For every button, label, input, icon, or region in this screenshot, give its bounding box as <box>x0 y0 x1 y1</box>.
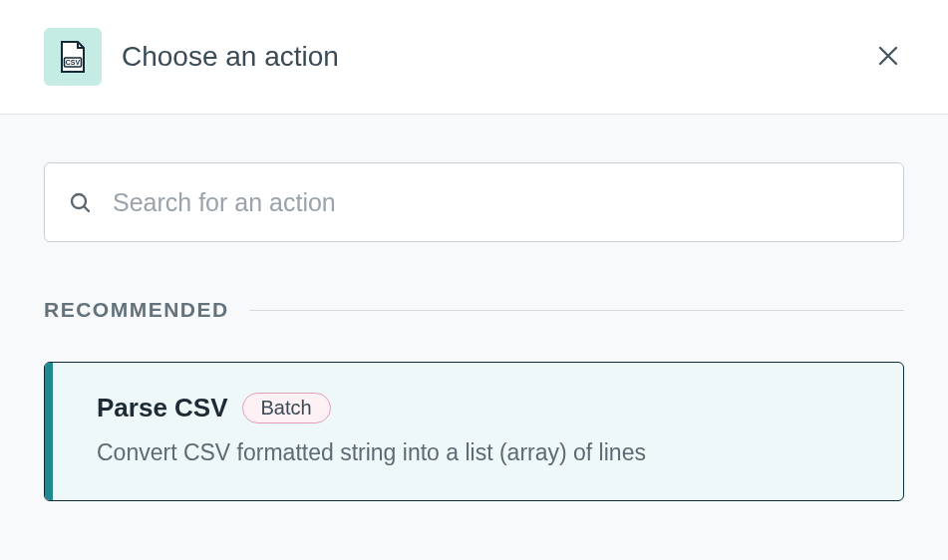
csv-file-icon: CSV <box>44 28 102 86</box>
batch-badge: Batch <box>242 393 331 423</box>
search-icon <box>68 190 92 214</box>
action-card-parse-csv[interactable]: Parse CSV Batch Convert CSV formatted st… <box>44 362 904 501</box>
search-container <box>44 162 904 242</box>
card-accent-bar <box>45 363 53 500</box>
choose-action-dialog: CSV Choose an action <box>0 0 948 560</box>
close-icon <box>876 44 900 71</box>
dialog-header: CSV Choose an action <box>0 0 948 115</box>
section-header-row: RECOMMENDED <box>44 298 904 322</box>
section-divider <box>249 310 904 311</box>
dialog-body: RECOMMENDED Parse CSV Batch Convert CSV … <box>0 115 948 501</box>
action-title: Parse CSV <box>97 393 228 423</box>
svg-line-5 <box>84 206 89 211</box>
dialog-title: Choose an action <box>122 41 339 73</box>
action-description: Convert CSV formatted string into a list… <box>97 439 855 466</box>
close-button[interactable] <box>868 37 908 77</box>
card-title-row: Parse CSV Batch <box>97 393 855 423</box>
search-input[interactable] <box>44 162 904 242</box>
section-header: RECOMMENDED <box>44 298 229 322</box>
header-left: CSV Choose an action <box>44 28 339 86</box>
svg-text:CSV: CSV <box>66 59 81 66</box>
